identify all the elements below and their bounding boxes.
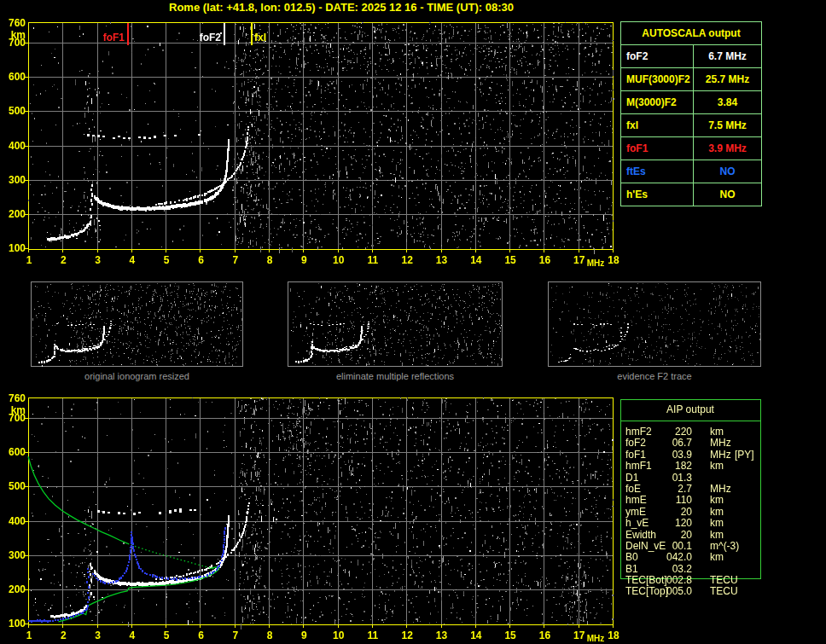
- aip-row-foE: foE2.7MHz: [625, 483, 762, 494]
- autoscala-table-title: AUTOSCALA output: [621, 22, 761, 44]
- aip-param-value: 110: [649, 494, 692, 506]
- bottom-ionogram-plot: [0, 389, 621, 644]
- thumbnail-f2-trace-evidence: [548, 281, 761, 367]
- aip-param-unit: km: [710, 517, 724, 529]
- aip-param-label: foF2: [625, 437, 646, 449]
- aip-param-value: 002.8: [649, 574, 692, 586]
- station-title: Rome (lat: +41.8, lon: 012.5) - DATE: 20…: [43, 1, 640, 14]
- aip-param-value: 01.3: [649, 472, 692, 484]
- aip-param-value: 20: [649, 506, 692, 518]
- autoscala-param-label: h'Es: [621, 183, 694, 206]
- aip-param-unit: km: [710, 494, 724, 506]
- autoscala-output-table: AUTOSCALA output foF26.7 MHzMUF(3000)F22…: [620, 21, 762, 206]
- autoscala-row-h'Es: h'EsNO: [621, 183, 761, 206]
- aip-param-unit: TECU: [710, 574, 738, 586]
- aip-row-hmE: hmE110km: [625, 494, 762, 505]
- aip-param-extra: [PY]: [735, 449, 754, 461]
- aip-table-title: AIP output: [620, 403, 760, 415]
- aip-row-h_vE: h_vE120km: [625, 517, 762, 528]
- aip-row-hmF2: hmF2220km: [625, 426, 762, 437]
- aip-row-TEC[Bot]: TEC[Bot]002.8TECU: [625, 574, 762, 585]
- aip-row-Ewidth: Ewidth20km: [625, 529, 762, 540]
- aip-param-value: 220: [649, 426, 692, 438]
- aip-param-unit: MHz: [710, 449, 731, 461]
- aip-row-DelN_vE: DelN_vE00.1m^(-3): [625, 540, 762, 551]
- aip-param-label: h_vE: [625, 517, 649, 529]
- autoscala-row-MUF(3000)F2: MUF(3000)F225.7 MHz: [621, 67, 761, 90]
- aip-row-D1: D101.3: [625, 472, 762, 483]
- autoscala-row-foF2: foF26.7 MHz: [621, 44, 761, 67]
- aip-param-label: hmF2: [625, 426, 652, 438]
- thumbnail-caption-reflections: eliminate multiple reflections: [288, 371, 503, 381]
- autoscala-row-foF1: foF13.9 MHz: [621, 136, 761, 160]
- aip-param-value: 06.7: [649, 437, 692, 449]
- aip-param-label: foF1: [625, 449, 646, 461]
- aip-param-unit: km: [710, 529, 724, 541]
- aip-row-foF2: foF206.7MHz: [625, 437, 762, 448]
- aip-row-B1: B103.2: [625, 563, 762, 574]
- aip-param-value: 03.2: [649, 563, 692, 575]
- aip-param-value: 03.9: [649, 449, 692, 461]
- autoscala-param-label: foF1: [621, 137, 694, 160]
- aip-param-label: D1: [625, 472, 638, 484]
- autoscala-param-label: ftEs: [621, 160, 694, 183]
- aip-param-unit: m^(-3): [710, 540, 739, 552]
- aip-header-divider: [620, 421, 760, 421]
- autoscala-param-label: M(3000)F2: [621, 91, 694, 113]
- thumbnail-multiple-reflections-removed: [288, 281, 503, 367]
- thumbnail-caption-original: original ionogram resized: [31, 371, 243, 381]
- aip-param-label: B0: [625, 551, 638, 563]
- aip-param-value: 182: [649, 460, 692, 472]
- autoscala-row-fxI: fxI7.5 MHz: [621, 113, 761, 136]
- thumbnail-original-ionogram: [31, 281, 243, 367]
- aip-param-unit: km: [710, 426, 724, 438]
- autoscala-param-label: foF2: [621, 45, 694, 67]
- aip-row-foF1: foF103.9MHz[PY]: [625, 449, 762, 460]
- aip-param-unit: MHz: [710, 437, 731, 449]
- aip-param-unit: km: [710, 506, 724, 518]
- aip-table-rows: hmF2220kmfoF206.7MHzfoF103.9MHz[PY]hmF11…: [625, 426, 762, 597]
- aip-row-ymE: ymE20km: [625, 506, 762, 517]
- aip-param-unit: km: [710, 551, 724, 563]
- aip-row-B0: B0042.0km: [625, 551, 762, 562]
- autoscala-param-value: NO: [694, 160, 761, 183]
- autoscala-param-label: fxI: [621, 114, 694, 136]
- autoscala-param-value: 6.7 MHz: [694, 45, 761, 67]
- aip-param-value: 120: [649, 517, 692, 529]
- aip-param-value: 2.7: [649, 483, 692, 495]
- aip-param-label: foE: [625, 483, 641, 495]
- aip-param-unit: TECU: [710, 585, 738, 597]
- aip-param-label: hmF1: [625, 460, 652, 472]
- autoscala-table-rows: foF26.7 MHzMUF(3000)F225.7 MHzM(3000)F23…: [621, 44, 761, 206]
- aip-row-hmF1: hmF1182km: [625, 460, 762, 471]
- autoscala-param-value: 3.84: [694, 91, 761, 113]
- aip-param-label: ymE: [625, 506, 646, 518]
- aip-param-value: 005.0: [649, 585, 692, 597]
- top-ionogram-plot: [0, 14, 621, 268]
- autoscala-param-value: NO: [694, 183, 761, 206]
- autoscala-window: Rome (lat: +41.8, lon: 012.5) - DATE: 20…: [0, 0, 826, 644]
- aip-param-value: 042.0: [649, 551, 692, 563]
- autoscala-param-value: 7.5 MHz: [694, 114, 761, 136]
- thumbnail-caption-f2trace: evidence F2 trace: [548, 371, 761, 381]
- autoscala-param-value: 3.9 MHz: [694, 137, 761, 160]
- aip-param-unit: MHz: [710, 483, 731, 495]
- aip-param-value: 20: [649, 529, 692, 541]
- aip-param-unit: km: [710, 460, 724, 472]
- autoscala-row-ftEs: ftEsNO: [621, 160, 761, 183]
- autoscala-param-label: MUF(3000)F2: [621, 68, 694, 90]
- aip-output-table: AIP output hmF2220kmfoF206.7MHzfoF103.9M…: [620, 399, 762, 604]
- aip-param-label: B1: [625, 563, 638, 575]
- aip-param-label: hmE: [625, 494, 647, 506]
- aip-param-value: 00.1: [649, 540, 692, 552]
- aip-row-TEC[Top]: TEC[Top]005.0TECU: [625, 585, 762, 596]
- autoscala-param-value: 25.7 MHz: [694, 68, 761, 90]
- autoscala-row-M(3000)F2: M(3000)F23.84: [621, 90, 761, 113]
